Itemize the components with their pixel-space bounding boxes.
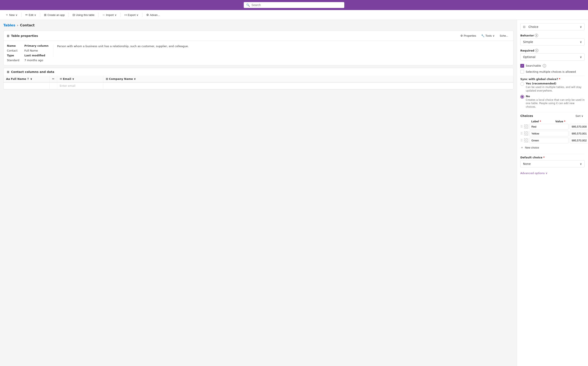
card-toolbar: ⚙ Properties 🔧 Tools ∨ Sche...: [459, 33, 510, 38]
searchable-checkbox[interactable]: [520, 64, 524, 68]
drag-handle-1[interactable]: ⠿: [520, 132, 523, 136]
choice-label-input-1[interactable]: [529, 131, 568, 136]
create-app-button[interactable]: ⊞ Create an app: [42, 12, 67, 18]
sort-button[interactable]: Sort ∨: [574, 114, 585, 118]
description: Person with whom a business unit has a r…: [53, 44, 510, 57]
right-panel: ⊟ Choice ∨ Behavior i Simple ∨ Required …: [517, 20, 588, 366]
export-chevron-icon: ∨: [137, 13, 138, 16]
type-label: Type: [7, 54, 19, 57]
primary-col-value: Full Name: [24, 49, 48, 52]
data-row-1: Enter email: [4, 83, 513, 89]
field-type-label: Choice: [528, 25, 538, 29]
radio-yes-desc: Can be used in multiple tables, and will…: [526, 85, 585, 93]
export-button[interactable]: ↦ Export ∨: [122, 12, 141, 18]
card-header: ⊞ Table properties ⚙ Properties 🔧 Tools …: [4, 31, 513, 41]
default-choice-label: Default choice *: [520, 156, 585, 159]
properties-button[interactable]: ⚙ Properties: [459, 33, 478, 38]
schedule-button[interactable]: Sche...: [498, 33, 510, 38]
last-modified-value: 7 months ago: [24, 59, 48, 62]
data-cell-company: [103, 83, 145, 89]
multiple-choices-checkbox[interactable]: [520, 70, 524, 74]
required-info-icon[interactable]: i: [535, 49, 538, 52]
searchable-info-icon[interactable]: i: [543, 64, 546, 68]
radio-yes-content: Yes (recommended) Can be used in multipl…: [526, 82, 585, 93]
choices-title: Choices: [520, 114, 533, 118]
required-chevron: ∨: [580, 55, 582, 59]
breadcrumb-tables[interactable]: Tables: [3, 23, 15, 27]
search-icon: 🔍: [246, 3, 250, 7]
col-header-company[interactable]: ⊞ Company Name ∨: [103, 76, 145, 82]
required-label: Required i: [520, 49, 585, 52]
advanced-chevron-icon: ∨: [545, 172, 548, 175]
col-header-edit[interactable]: ✏: [50, 76, 57, 82]
new-choice-button[interactable]: ＋ New choice: [520, 145, 539, 151]
company-col-icon: ⊞: [106, 77, 108, 80]
radio-yes[interactable]: [520, 82, 524, 86]
toolbar-divider-4: [98, 13, 99, 17]
separator-1: [520, 76, 585, 76]
sync-radio-group: Yes (recommended) Can be used in multipl…: [520, 82, 585, 109]
default-choice-dropdown[interactable]: None ∨: [520, 160, 585, 168]
new-button[interactable]: ＋ New ∨: [3, 12, 20, 18]
multiple-choices-row: Selecting multiple choices is allowed: [520, 70, 585, 74]
table-props-grid: Name Primary column Person with whom a b…: [4, 41, 513, 65]
choice-label-input-0[interactable]: [529, 124, 568, 130]
searchable-label: Searchable i: [526, 64, 546, 68]
field-type-selector[interactable]: ⊟ Choice ∨: [520, 23, 585, 30]
choice-value-input-0[interactable]: [570, 124, 588, 130]
data-cell-email[interactable]: Enter email: [57, 83, 103, 89]
sort-chevron-icon: ∨: [581, 114, 583, 118]
name-label: Name: [7, 44, 19, 47]
required-dropdown[interactable]: Optional ∨: [520, 53, 585, 61]
search-box[interactable]: 🔍: [244, 2, 344, 8]
advanced-button[interactable]: ⚙ Advan...: [144, 12, 162, 18]
table-icon: ⊟: [73, 13, 75, 16]
default-choice-section: Default choice * None ∨: [520, 156, 585, 168]
col-header-email[interactable]: ✉ Email ∨: [57, 76, 103, 82]
left-panel: Tables › Contact ⊞ Table properties ⚙ Pr…: [0, 20, 517, 366]
toolbar-divider-1: [21, 13, 22, 17]
behavior-info-icon[interactable]: i: [535, 34, 538, 37]
breadcrumb: Tables › Contact: [3, 23, 513, 27]
drag-handle-0[interactable]: ⠿: [520, 125, 523, 129]
color-box-2[interactable]: [524, 138, 528, 143]
type-value: Standard: [7, 59, 19, 62]
export-icon: ↦: [124, 13, 127, 16]
import-icon: ↔: [102, 13, 105, 16]
advanced-options[interactable]: Advanced options ∨: [520, 171, 585, 175]
tools-button[interactable]: 🔧 Tools ∨: [480, 33, 496, 38]
radio-no[interactable]: [520, 95, 524, 99]
radio-no-desc: Creates a local choice that can only be …: [526, 98, 585, 109]
app-icon: ⊞: [44, 13, 46, 16]
data-table-title: Contact columns and data: [11, 70, 54, 74]
col-header-full-name[interactable]: Aa Full Name ↑ ∨: [4, 76, 50, 82]
color-box-1[interactable]: [524, 131, 528, 136]
choice-row-1: ⠿ ⋮: [520, 131, 585, 136]
radio-no-label: No: [526, 95, 585, 98]
data-table-icon: ⊞: [7, 70, 9, 74]
new-chevron-icon: ∨: [15, 13, 18, 16]
choice-label-input-2[interactable]: [529, 138, 568, 143]
name-value: Contact: [7, 49, 19, 52]
choice-value-input-2[interactable]: [570, 138, 588, 143]
choices-label-header: Label *: [531, 120, 554, 123]
top-bar: 🔍: [0, 0, 588, 10]
sync-global-label: Sync with global choice? *: [520, 77, 585, 81]
edit-col-icon: ✏: [52, 77, 54, 80]
separator-3: [520, 154, 585, 154]
drag-handle-2[interactable]: ⠿: [520, 138, 523, 143]
choice-value-input-1[interactable]: [570, 131, 588, 136]
color-box-0[interactable]: [524, 124, 528, 129]
radio-yes-row: Yes (recommended) Can be used in multipl…: [520, 82, 585, 93]
searchable-row: Searchable i: [520, 64, 585, 68]
behavior-dropdown[interactable]: Simple ∨: [520, 38, 585, 46]
import-button[interactable]: ↔ Import ∨: [100, 12, 119, 18]
full-name-col-icon: Aa: [6, 77, 10, 80]
edit-button[interactable]: ✏ Edit ∨: [23, 12, 38, 18]
toolbar: ＋ New ∨ ✏ Edit ∨ ⊞ Create an app ⊟ Using…: [0, 10, 588, 20]
using-table-button[interactable]: ⊟ Using this table: [70, 12, 97, 18]
contact-data-card: ⊞ Contact columns and data Aa Full Name …: [3, 68, 513, 90]
separator-2: [520, 112, 585, 112]
search-input[interactable]: [252, 3, 342, 7]
required-section: Required i Optional ∨: [520, 49, 585, 61]
